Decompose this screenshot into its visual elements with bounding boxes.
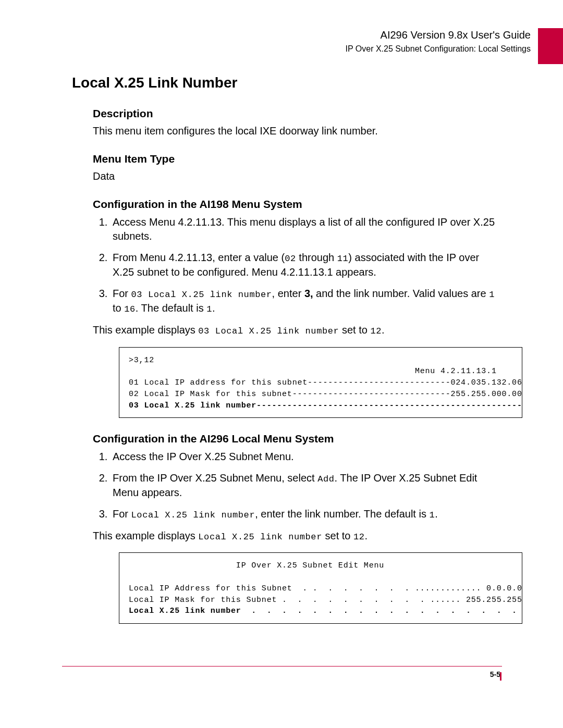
config-ai198-heading: Configuration in the AI198 Menu System xyxy=(93,197,503,212)
page-content: Local X.25 Link Number Description This … xyxy=(63,73,503,631)
page-number: 5-5 xyxy=(490,670,500,680)
list-item: From Menu 4.2.11.13, enter a value (02 t… xyxy=(111,251,503,279)
description-text: This menu item configures the local IXE … xyxy=(93,124,503,138)
page-header: AI296 Version 9.8x User's Guide IP Over … xyxy=(346,28,563,64)
list-item: Access the IP Over X.25 Subnet Menu. xyxy=(111,450,503,464)
ai296-code-box: IP Over X.25 Subnet Edit Menu Local IP A… xyxy=(119,552,522,624)
list-item: For 03 Local X.25 link number, enter 3, … xyxy=(111,287,503,316)
description-heading: Description xyxy=(93,106,503,121)
ai198-example-text: This example displays 03 Local X.25 link… xyxy=(93,323,503,338)
ai198-code-box: >3,12 Menu 4.2.11.13.1 01 Local IP addre… xyxy=(119,347,522,418)
header-subtitle: IP Over X.25 Subnet Configuration: Local… xyxy=(346,43,531,55)
list-item: From the IP Over X.25 Subnet Menu, selec… xyxy=(111,471,503,500)
config-ai198-steps: Access Menu 4.2.11.13. This menu display… xyxy=(93,215,503,316)
list-item: Access Menu 4.2.11.13. This menu display… xyxy=(111,215,503,243)
header-title: AI296 Version 9.8x User's Guide xyxy=(346,28,531,42)
section-title: Local X.25 Link Number xyxy=(72,73,503,93)
menu-item-type-heading: Menu Item Type xyxy=(93,152,503,166)
header-text: AI296 Version 9.8x User's Guide IP Over … xyxy=(346,28,538,55)
config-ai296-steps: Access the IP Over X.25 Subnet Menu. Fro… xyxy=(93,450,503,522)
header-accent-box xyxy=(538,28,563,64)
page-number-accent xyxy=(500,672,501,681)
config-ai296-heading: Configuration in the AI296 Local Menu Sy… xyxy=(93,431,503,446)
menu-item-type-value: Data xyxy=(93,169,503,183)
list-item: For Local X.25 link number, enter the li… xyxy=(111,507,503,522)
footer-rule xyxy=(62,666,502,667)
ai296-example-text: This example displays Local X.25 link nu… xyxy=(93,529,503,544)
document-page: AI296 Version 9.8x User's Guide IP Over … xyxy=(0,0,563,728)
